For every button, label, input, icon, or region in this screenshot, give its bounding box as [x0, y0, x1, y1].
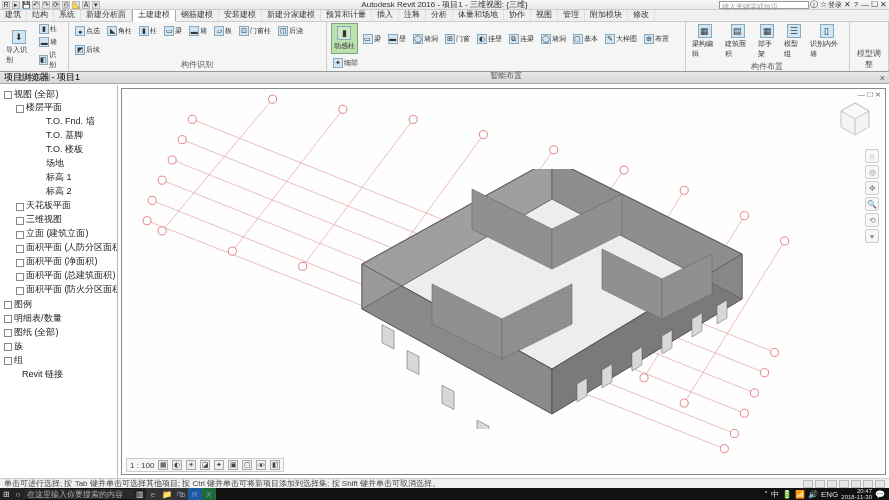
- taskview-icon[interactable]: ▥: [134, 488, 146, 500]
- btn-import[interactable]: ⬇导入识别: [4, 29, 34, 66]
- btn-base[interactable]: ▢基本: [571, 33, 600, 45]
- building-model[interactable]: [302, 169, 772, 429]
- tray-network-icon[interactable]: 📶: [795, 490, 805, 499]
- browser-close-icon[interactable]: ×: [880, 73, 889, 83]
- sb-drag-icon[interactable]: [863, 480, 873, 488]
- visual-style-icon[interactable]: ◐: [172, 460, 182, 470]
- tray-date[interactable]: 2018-11-30: [841, 494, 872, 500]
- sb-select-icon[interactable]: [839, 480, 849, 488]
- tree-level2[interactable]: 标高 2: [26, 184, 115, 198]
- btn-recognize[interactable]: ◧识别: [37, 49, 64, 71]
- app-store[interactable]: 🛍: [174, 488, 188, 500]
- info-icon[interactable]: ⓘ: [810, 1, 818, 9]
- app-excel[interactable]: X: [202, 488, 216, 500]
- tree-site[interactable]: 场地: [26, 156, 115, 170]
- nav-pan-icon[interactable]: ✥: [865, 181, 879, 195]
- taskbar-search[interactable]: 在这里输入你要搜索的内容: [24, 489, 134, 499]
- view-canvas[interactable]: — ☐ ✕: [118, 85, 889, 478]
- tree-groups[interactable]: 组: [2, 353, 115, 367]
- qat-sync-icon[interactable]: ⟳: [52, 1, 60, 9]
- btn-hole2[interactable]: ◯墙洞: [539, 33, 568, 45]
- tree-legend[interactable]: 图例: [2, 297, 115, 311]
- reveal-icon[interactable]: ◧: [270, 460, 280, 470]
- nav-expand-icon[interactable]: ▾: [865, 229, 879, 243]
- btn-link[interactable]: ⧉连梁: [507, 33, 536, 45]
- temp-hide-icon[interactable]: 👁: [256, 460, 266, 470]
- btn-then[interactable]: ◩后续: [73, 44, 102, 56]
- btn-swall[interactable]: ▬壁: [386, 33, 408, 45]
- btn-post[interactable]: ◫后浇: [276, 25, 305, 37]
- btn-place[interactable]: ⊕布置: [642, 33, 671, 45]
- btn-inout[interactable]: ▯识别内外墙: [808, 23, 844, 60]
- sun-path-icon[interactable]: ☀: [186, 460, 196, 470]
- btn-slab[interactable]: ▱板: [212, 25, 234, 37]
- btn-corner[interactable]: ◣角柱: [105, 25, 134, 37]
- cortana-icon[interactable]: ○: [12, 488, 24, 500]
- tree-sheets[interactable]: 图纸 (全部): [2, 325, 115, 339]
- qat-dropdown-icon[interactable]: ▾: [92, 1, 100, 9]
- btn-wall[interactable]: ▬墙: [37, 36, 64, 48]
- login-button[interactable]: 登录: [828, 1, 842, 9]
- btn-dyn-col[interactable]: ▮动感柱: [331, 23, 358, 54]
- tree-level1[interactable]: 标高 1: [26, 170, 115, 184]
- sb-design-icon[interactable]: [827, 480, 837, 488]
- tree-3d[interactable]: 三维视图: [14, 213, 115, 227]
- project-browser[interactable]: 视图 (全部) 楼层平面 T.O. Fnd. 墙 T.O. 基脚 T.O. 楼板…: [0, 85, 118, 478]
- app-revit[interactable]: R: [188, 488, 202, 500]
- shadows-icon[interactable]: ◪: [200, 460, 210, 470]
- qat-redo-icon[interactable]: ↷: [42, 1, 50, 9]
- tray-chevron-icon[interactable]: ˄: [764, 490, 768, 499]
- tray-lang[interactable]: ENG: [821, 490, 838, 499]
- tree-fnd[interactable]: T.O. Fnd. 墙: [26, 114, 115, 128]
- tree-an3[interactable]: 面积平面 (总建筑面积): [14, 269, 115, 283]
- viewcube[interactable]: [835, 99, 875, 139]
- tree-floor-plans[interactable]: 楼层平面 T.O. Fnd. 墙 T.O. 基脚 T.O. 楼板 场地 标高 1…: [14, 101, 115, 199]
- qat-measure-icon[interactable]: 📐: [72, 1, 80, 9]
- maximize-button[interactable]: ☐: [870, 1, 878, 9]
- btn-scaffold[interactable]: ▦部手架: [756, 23, 779, 60]
- btn-column[interactable]: ▮柱: [37, 23, 64, 35]
- rendering-icon[interactable]: ✦: [214, 460, 224, 470]
- btn-fine[interactable]: ✦细部: [331, 57, 360, 69]
- tree-links[interactable]: Revit 链接: [2, 367, 115, 381]
- tray-notifications-icon[interactable]: 💬: [875, 490, 885, 499]
- btn-wall2[interactable]: ▬墙: [187, 25, 209, 37]
- crop-icon[interactable]: ▣: [228, 460, 238, 470]
- sb-filter2-icon[interactable]: [875, 480, 885, 488]
- nav-zoom-icon[interactable]: 🔍: [865, 197, 879, 211]
- btn-model-group[interactable]: ☰模型组: [782, 23, 805, 60]
- nav-orbit-icon[interactable]: ⟲: [865, 213, 879, 227]
- tree-ceiling[interactable]: 天花板平面: [14, 199, 115, 213]
- tree-elev[interactable]: 立面 (建筑立面): [14, 227, 115, 241]
- btn-win[interactable]: ⊞门窗: [443, 33, 472, 45]
- app-edge[interactable]: e: [146, 488, 160, 500]
- tree-an1[interactable]: 面积平面 (人防分区面积): [14, 241, 115, 255]
- nav-home-icon[interactable]: ⌂: [865, 149, 879, 163]
- tree-an4[interactable]: 面积平面 (防火分区面积): [14, 283, 115, 297]
- sb-editable-icon[interactable]: [815, 480, 825, 488]
- star-icon[interactable]: ☆: [819, 1, 827, 9]
- app-explorer[interactable]: 📁: [160, 488, 174, 500]
- btn-detail[interactable]: ✎大样图: [603, 33, 639, 45]
- btn-door[interactable]: ⊡门窗柱: [237, 25, 273, 37]
- app-icon[interactable]: R: [2, 1, 10, 9]
- help-search-input[interactable]: 键入关键字或短语: [719, 1, 809, 9]
- exchange-icon[interactable]: ✕: [843, 1, 851, 9]
- scale-value[interactable]: 1 : 100: [130, 461, 154, 470]
- close-button[interactable]: ✕: [879, 1, 887, 9]
- nav-wheel-icon[interactable]: ◎: [865, 165, 879, 179]
- tree-an2[interactable]: 面积平面 (净面积): [14, 255, 115, 269]
- detail-level-icon[interactable]: ▦: [158, 460, 168, 470]
- qat-print-icon[interactable]: ⎙: [62, 1, 70, 9]
- qat-more-icon[interactable]: A: [82, 1, 90, 9]
- tree-slab[interactable]: T.O. 楼板: [26, 142, 115, 156]
- qat-undo-icon[interactable]: ↶: [32, 1, 40, 9]
- help-icon[interactable]: ?: [852, 1, 860, 9]
- tray-ime[interactable]: 中: [771, 489, 779, 500]
- btn-hang[interactable]: ◐挂壁: [475, 33, 504, 45]
- qat-open-icon[interactable]: ▸: [12, 1, 20, 9]
- btn-area[interactable]: ▤建筑面积: [723, 23, 753, 60]
- tray-battery-icon[interactable]: 🔋: [782, 490, 792, 499]
- btn-hole[interactable]: ◯墙洞: [411, 33, 440, 45]
- btn-sbeam[interactable]: ▭梁: [361, 33, 383, 45]
